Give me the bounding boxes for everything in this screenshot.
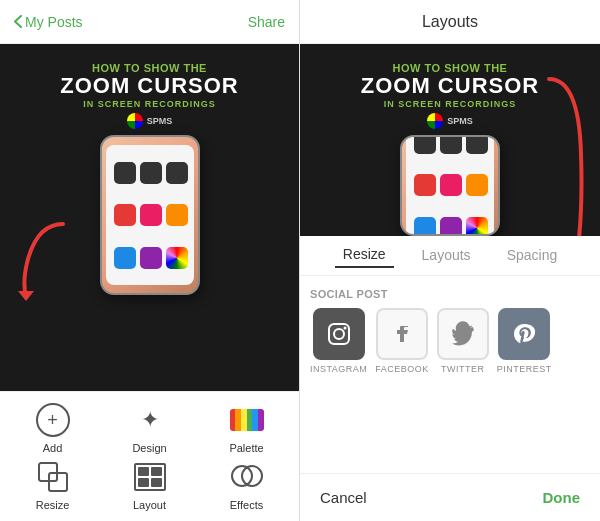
right-phone-screen	[406, 135, 494, 235]
tab-layouts[interactable]: Layouts	[414, 243, 479, 267]
design-tool[interactable]: ✦ Design	[101, 400, 198, 457]
layout-label: Layout	[133, 499, 166, 511]
right-app-icon-4	[414, 174, 436, 196]
design-icon: ✦	[132, 402, 168, 438]
twitter-box	[437, 308, 489, 360]
right-canvas: HOW TO SHOW THE ZOOM CURSOR IN SCREEN RE…	[300, 44, 600, 236]
design-label: Design	[132, 442, 166, 454]
effects-circles-icon	[231, 461, 263, 493]
palette-label: Palette	[229, 442, 263, 454]
back-label: My Posts	[25, 14, 83, 30]
right-canvas-subtitle-green: IN SCREEN RECORDINGS	[384, 99, 517, 109]
right-footer: Cancel Done	[300, 473, 600, 521]
effects-tool[interactable]: Effects	[198, 457, 295, 514]
app-icon-6	[166, 204, 188, 226]
right-app-icon-7	[414, 217, 436, 236]
right-canvas-title-white: ZOOM CURSOR	[361, 74, 539, 98]
effects-label: Effects	[230, 499, 263, 511]
right-header-title: Layouts	[422, 13, 478, 31]
app-icon-5	[140, 204, 162, 226]
svg-marker-0	[18, 291, 34, 301]
facebook-box	[376, 308, 428, 360]
app-icon-1	[114, 162, 136, 184]
share-button[interactable]: Share	[248, 14, 285, 30]
add-label: Add	[43, 442, 63, 454]
app-icon-7	[114, 247, 136, 269]
right-app-icon-5	[440, 174, 462, 196]
add-tool[interactable]: + Add	[4, 400, 101, 457]
spms-circle-icon	[127, 113, 143, 129]
layouts-section: SOCIAL POST INSTAGRAM	[300, 276, 600, 474]
app-icon-2	[140, 162, 162, 184]
svg-point-5	[334, 329, 344, 339]
done-button[interactable]: Done	[543, 489, 581, 506]
resize-label: Resize	[36, 499, 70, 511]
tab-spacing[interactable]: Spacing	[499, 243, 566, 267]
right-app-icon-8	[440, 217, 462, 236]
section-label: SOCIAL POST	[310, 288, 590, 300]
app-icon-4	[114, 204, 136, 226]
left-header: My Posts Share	[0, 0, 299, 44]
back-button[interactable]: My Posts	[14, 14, 83, 30]
layout-option-pinterest[interactable]: PINTEREST	[497, 308, 552, 374]
plus-circle-icon: +	[36, 403, 70, 437]
layout-option-instagram[interactable]: INSTAGRAM	[310, 308, 367, 374]
resize-icon	[35, 459, 71, 495]
right-header: Layouts	[300, 0, 600, 44]
phone-mockup	[100, 135, 200, 295]
effects-circle-right	[241, 465, 263, 487]
palette-icon	[229, 402, 265, 438]
palette-tool[interactable]: Palette	[198, 400, 295, 457]
right-app-icon-3	[466, 135, 488, 153]
twitter-label: TWITTER	[441, 364, 485, 374]
right-phone-mockup	[400, 135, 500, 235]
right-spms-circle	[427, 113, 443, 129]
pinterest-box	[498, 308, 550, 360]
layout-cell-4	[151, 478, 162, 487]
resize-tool[interactable]: Resize	[4, 457, 101, 514]
instagram-box	[313, 308, 365, 360]
effects-icon	[229, 459, 265, 495]
svg-point-6	[343, 326, 346, 329]
canvas-content: HOW TO SHOW THE ZOOM CURSOR IN SCREEN RE…	[0, 44, 299, 391]
left-panel: My Posts Share HOW TO SHOW THE ZOOM CURS…	[0, 0, 300, 521]
layout-icon	[132, 459, 168, 495]
layout-cell-3	[138, 478, 149, 487]
tab-resize[interactable]: Resize	[335, 242, 394, 268]
instagram-label: INSTAGRAM	[310, 364, 367, 374]
right-app-icon-6	[466, 174, 488, 196]
spms-logo: SPMS	[127, 113, 173, 129]
spms-text: SPMS	[147, 116, 173, 126]
right-panel: Layouts HOW TO SHOW THE ZOOM CURSOR IN S…	[300, 0, 600, 521]
left-toolbar: + Add ✦ Design Palette	[0, 391, 299, 521]
layout-cell-2	[151, 467, 162, 476]
right-app-icon-9	[466, 217, 488, 236]
right-spms-text: SPMS	[447, 116, 473, 126]
canvas-subtitle-green: IN SCREEN RECORDINGS	[83, 99, 216, 109]
right-tabs: Resize Layouts Spacing	[300, 236, 600, 276]
right-arrow	[539, 74, 594, 236]
pinterest-label: PINTEREST	[497, 364, 552, 374]
app-icon-8	[140, 247, 162, 269]
right-app-icon-2	[440, 135, 462, 153]
phone-screen	[106, 145, 194, 285]
layout-tool[interactable]: Layout	[101, 457, 198, 514]
layout-option-facebook[interactable]: FACEBOOK	[375, 308, 429, 374]
app-icon-3	[166, 162, 188, 184]
layout-options: INSTAGRAM FACEBOOK TWITTER	[310, 308, 590, 374]
facebook-label: FACEBOOK	[375, 364, 429, 374]
add-icon: +	[35, 402, 71, 438]
left-canvas: HOW TO SHOW THE ZOOM CURSOR IN SCREEN RE…	[0, 44, 299, 391]
layout-cell-1	[138, 467, 149, 476]
cancel-button[interactable]: Cancel	[320, 489, 367, 506]
layout-option-twitter[interactable]: TWITTER	[437, 308, 489, 374]
right-spms-logo: SPMS	[427, 113, 473, 129]
app-icon-9	[166, 247, 188, 269]
right-app-icon-1	[414, 135, 436, 153]
palette-rect	[230, 409, 264, 431]
canvas-title-white: ZOOM CURSOR	[60, 74, 238, 98]
left-arrow	[8, 219, 78, 309]
layout-grid-icon	[134, 463, 166, 491]
